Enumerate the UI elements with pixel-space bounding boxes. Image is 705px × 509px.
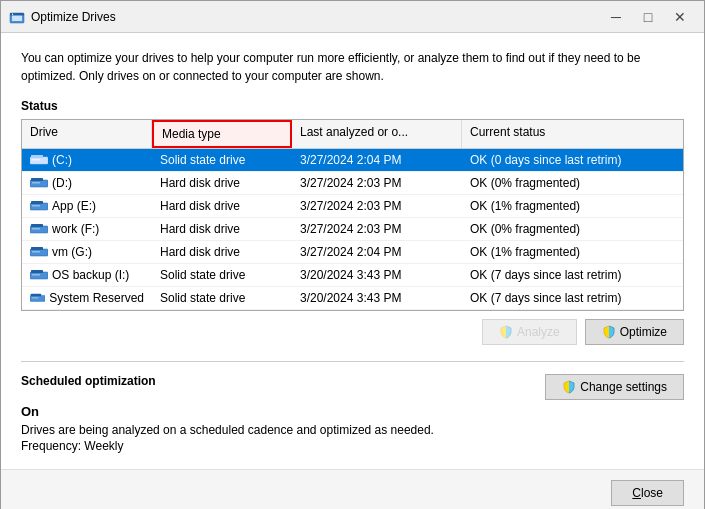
- minimize-button[interactable]: ─: [600, 5, 632, 29]
- title-bar: Optimize Drives ─ □ ✕: [1, 1, 704, 33]
- table-row[interactable]: App (E:) Hard disk drive 3/27/2024 2:03 …: [22, 195, 683, 218]
- last-analyzed-cell: 3/27/2024 2:03 PM: [292, 218, 462, 240]
- drives-table: Drive Media type Last analyzed or o... C…: [21, 119, 684, 311]
- svg-rect-15: [32, 228, 40, 230]
- drive-cell: work (F:): [22, 218, 152, 240]
- table-row[interactable]: (C:) Solid state drive 3/27/2024 2:04 PM…: [22, 149, 683, 172]
- svg-rect-23: [31, 294, 41, 297]
- optimize-label: Optimize: [620, 325, 667, 339]
- analyze-label: Analyze: [517, 325, 560, 339]
- table-row[interactable]: System Reserved Solid state drive 3/20/2…: [22, 287, 683, 310]
- current-status-cell: OK (0% fragmented): [462, 172, 683, 194]
- footer: Close: [1, 469, 704, 509]
- drive-cell: App (E:): [22, 195, 152, 217]
- drive-cell: OS backup (I:): [22, 264, 152, 286]
- last-analyzed-cell: 3/20/2024 3:43 PM: [292, 264, 462, 286]
- table-body[interactable]: (C:) Solid state drive 3/27/2024 2:04 PM…: [22, 149, 683, 310]
- drive-icon: [30, 269, 48, 281]
- change-settings-label: Change settings: [580, 380, 667, 394]
- table-row[interactable]: work (F:) Hard disk drive 3/27/2024 2:03…: [22, 218, 683, 241]
- last-analyzed-cell: 3/20/2024 3:43 PM: [292, 287, 462, 309]
- last-analyzed-cell: 3/27/2024 2:04 PM: [292, 149, 462, 171]
- close-window-button[interactable]: ✕: [664, 5, 696, 29]
- svg-rect-20: [31, 270, 43, 273]
- drive-cell: (D:): [22, 172, 152, 194]
- svg-rect-8: [31, 178, 43, 181]
- scheduled-section: Scheduled optimization Change settings O…: [21, 361, 684, 453]
- col-drive: Drive: [22, 120, 152, 148]
- status-section-label: Status: [21, 99, 684, 113]
- svg-rect-22: [30, 295, 45, 301]
- drive-icon: [30, 154, 48, 166]
- media-type-cell: Solid state drive: [152, 287, 292, 309]
- close-underline-letter: C: [632, 486, 641, 500]
- window-title: Optimize Drives: [31, 10, 600, 24]
- main-content: You can optimize your drives to help you…: [1, 33, 704, 469]
- last-analyzed-cell: 3/27/2024 2:03 PM: [292, 172, 462, 194]
- close-label-rest: lose: [641, 486, 663, 500]
- drive-cell: vm (G:): [22, 241, 152, 263]
- scheduled-description: Drives are being analyzed on a scheduled…: [21, 423, 684, 437]
- close-button[interactable]: Close: [611, 480, 684, 506]
- drive-label: (C:): [52, 153, 72, 167]
- drive-cell: (C:): [22, 149, 152, 171]
- scheduled-frequency: Frequency: Weekly: [21, 439, 684, 453]
- svg-rect-9: [32, 182, 40, 184]
- svg-rect-14: [31, 224, 43, 227]
- action-buttons: Analyze Optimize: [21, 319, 684, 345]
- shield-optimize-icon: [602, 325, 616, 339]
- media-type-cell: Solid state drive: [152, 149, 292, 171]
- table-header-row: Drive Media type Last analyzed or o... C…: [22, 120, 683, 149]
- svg-rect-12: [32, 205, 40, 207]
- current-status-cell: OK (0 days since last retrim): [462, 149, 683, 171]
- current-status-cell: OK (7 days since last retrim): [462, 287, 683, 309]
- table-row[interactable]: (D:) Hard disk drive 3/27/2024 2:03 PM O…: [22, 172, 683, 195]
- shield-settings-icon: [562, 380, 576, 394]
- drive-label: OS backup (I:): [52, 268, 129, 282]
- drive-icon: [30, 223, 48, 235]
- description-text: You can optimize your drives to help you…: [21, 49, 684, 85]
- col-last-analyzed: Last analyzed or o...: [292, 120, 462, 148]
- svg-rect-5: [31, 155, 43, 158]
- svg-rect-11: [31, 201, 43, 204]
- drive-icon: [30, 177, 48, 189]
- table-row[interactable]: vm (G:) Hard disk drive 3/27/2024 2:04 P…: [22, 241, 683, 264]
- window-controls: ─ □ ✕: [600, 5, 696, 29]
- drive-label: (D:): [52, 176, 72, 190]
- media-type-cell: Hard disk drive: [152, 218, 292, 240]
- current-status-cell: OK (7 days since last retrim): [462, 264, 683, 286]
- drive-label: App (E:): [52, 199, 96, 213]
- scheduled-section-label: Scheduled optimization: [21, 374, 156, 388]
- col-current-status: Current status: [462, 120, 683, 148]
- maximize-button[interactable]: □: [632, 5, 664, 29]
- shield-analyze-icon: [499, 325, 513, 339]
- svg-rect-21: [32, 274, 40, 276]
- analyze-button[interactable]: Analyze: [482, 319, 577, 345]
- drive-cell: System Reserved: [22, 287, 152, 309]
- scheduled-header: Scheduled optimization Change settings: [21, 374, 684, 400]
- current-status-cell: OK (1% fragmented): [462, 241, 683, 263]
- svg-rect-1: [12, 15, 22, 21]
- svg-point-3: [12, 13, 13, 14]
- media-type-cell: Solid state drive: [152, 264, 292, 286]
- window-icon: [9, 9, 25, 25]
- media-type-cell: Hard disk drive: [152, 172, 292, 194]
- drive-label: System Reserved: [49, 291, 144, 305]
- svg-rect-18: [32, 251, 40, 253]
- col-media-type: Media type: [152, 120, 292, 148]
- table-row[interactable]: OS backup (I:) Solid state drive 3/20/20…: [22, 264, 683, 287]
- drive-icon: [30, 200, 48, 212]
- optimize-button[interactable]: Optimize: [585, 319, 684, 345]
- drive-icon: [30, 246, 48, 258]
- drive-label: work (F:): [52, 222, 99, 236]
- svg-rect-24: [32, 297, 39, 298]
- current-status-cell: OK (0% fragmented): [462, 218, 683, 240]
- media-type-cell: Hard disk drive: [152, 195, 292, 217]
- optimize-drives-window: Optimize Drives ─ □ ✕ You can optimize y…: [0, 0, 705, 509]
- change-settings-button[interactable]: Change settings: [545, 374, 684, 400]
- drive-icon: [30, 292, 45, 304]
- scheduled-status: On: [21, 404, 684, 419]
- last-analyzed-cell: 3/27/2024 2:04 PM: [292, 241, 462, 263]
- svg-rect-17: [31, 247, 43, 250]
- media-type-cell: Hard disk drive: [152, 241, 292, 263]
